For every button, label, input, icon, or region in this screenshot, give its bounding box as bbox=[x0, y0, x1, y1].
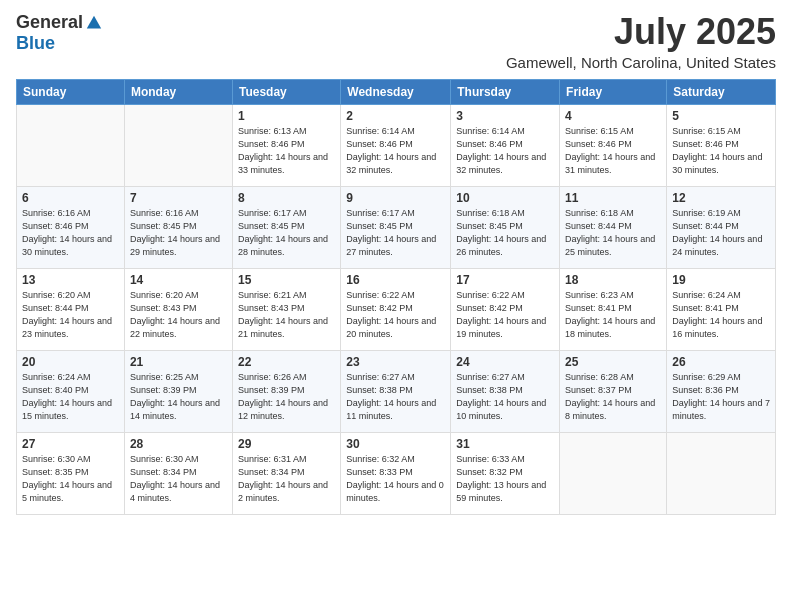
day-cell: 14Sunrise: 6:20 AMSunset: 8:43 PMDayligh… bbox=[124, 268, 232, 350]
day-info: Sunrise: 6:19 AMSunset: 8:44 PMDaylight:… bbox=[672, 207, 770, 259]
day-info: Sunrise: 6:22 AMSunset: 8:42 PMDaylight:… bbox=[456, 289, 554, 341]
day-info: Sunrise: 6:23 AMSunset: 8:41 PMDaylight:… bbox=[565, 289, 661, 341]
header-wednesday: Wednesday bbox=[341, 79, 451, 104]
day-cell: 25Sunrise: 6:28 AMSunset: 8:37 PMDayligh… bbox=[560, 350, 667, 432]
day-cell: 7Sunrise: 6:16 AMSunset: 8:45 PMDaylight… bbox=[124, 186, 232, 268]
day-number: 13 bbox=[22, 273, 119, 287]
calendar-table: SundayMondayTuesdayWednesdayThursdayFrid… bbox=[16, 79, 776, 515]
day-number: 19 bbox=[672, 273, 770, 287]
day-info: Sunrise: 6:14 AMSunset: 8:46 PMDaylight:… bbox=[456, 125, 554, 177]
day-info: Sunrise: 6:18 AMSunset: 8:44 PMDaylight:… bbox=[565, 207, 661, 259]
day-cell: 11Sunrise: 6:18 AMSunset: 8:44 PMDayligh… bbox=[560, 186, 667, 268]
location-title: Gamewell, North Carolina, United States bbox=[506, 54, 776, 71]
day-cell: 10Sunrise: 6:18 AMSunset: 8:45 PMDayligh… bbox=[451, 186, 560, 268]
day-cell: 20Sunrise: 6:24 AMSunset: 8:40 PMDayligh… bbox=[17, 350, 125, 432]
header-monday: Monday bbox=[124, 79, 232, 104]
day-number: 20 bbox=[22, 355, 119, 369]
day-number: 3 bbox=[456, 109, 554, 123]
calendar-header-row: SundayMondayTuesdayWednesdayThursdayFrid… bbox=[17, 79, 776, 104]
day-number: 12 bbox=[672, 191, 770, 205]
header-saturday: Saturday bbox=[667, 79, 776, 104]
day-cell bbox=[667, 432, 776, 514]
day-number: 6 bbox=[22, 191, 119, 205]
day-info: Sunrise: 6:15 AMSunset: 8:46 PMDaylight:… bbox=[672, 125, 770, 177]
week-row-0: 1Sunrise: 6:13 AMSunset: 8:46 PMDaylight… bbox=[17, 104, 776, 186]
day-number: 27 bbox=[22, 437, 119, 451]
day-info: Sunrise: 6:27 AMSunset: 8:38 PMDaylight:… bbox=[346, 371, 445, 423]
header-tuesday: Tuesday bbox=[232, 79, 340, 104]
day-info: Sunrise: 6:30 AMSunset: 8:34 PMDaylight:… bbox=[130, 453, 227, 505]
day-info: Sunrise: 6:24 AMSunset: 8:40 PMDaylight:… bbox=[22, 371, 119, 423]
day-info: Sunrise: 6:28 AMSunset: 8:37 PMDaylight:… bbox=[565, 371, 661, 423]
svg-marker-0 bbox=[87, 15, 101, 28]
day-number: 24 bbox=[456, 355, 554, 369]
day-info: Sunrise: 6:22 AMSunset: 8:42 PMDaylight:… bbox=[346, 289, 445, 341]
day-number: 22 bbox=[238, 355, 335, 369]
week-row-2: 13Sunrise: 6:20 AMSunset: 8:44 PMDayligh… bbox=[17, 268, 776, 350]
logo: General Blue bbox=[16, 12, 103, 54]
day-info: Sunrise: 6:17 AMSunset: 8:45 PMDaylight:… bbox=[346, 207, 445, 259]
logo-blue-text: Blue bbox=[16, 33, 55, 54]
day-number: 8 bbox=[238, 191, 335, 205]
day-info: Sunrise: 6:15 AMSunset: 8:46 PMDaylight:… bbox=[565, 125, 661, 177]
day-cell: 26Sunrise: 6:29 AMSunset: 8:36 PMDayligh… bbox=[667, 350, 776, 432]
day-info: Sunrise: 6:20 AMSunset: 8:43 PMDaylight:… bbox=[130, 289, 227, 341]
header-sunday: Sunday bbox=[17, 79, 125, 104]
day-cell: 13Sunrise: 6:20 AMSunset: 8:44 PMDayligh… bbox=[17, 268, 125, 350]
day-info: Sunrise: 6:21 AMSunset: 8:43 PMDaylight:… bbox=[238, 289, 335, 341]
day-info: Sunrise: 6:20 AMSunset: 8:44 PMDaylight:… bbox=[22, 289, 119, 341]
day-number: 28 bbox=[130, 437, 227, 451]
day-number: 25 bbox=[565, 355, 661, 369]
day-cell: 15Sunrise: 6:21 AMSunset: 8:43 PMDayligh… bbox=[232, 268, 340, 350]
day-cell bbox=[560, 432, 667, 514]
day-number: 23 bbox=[346, 355, 445, 369]
day-number: 10 bbox=[456, 191, 554, 205]
day-info: Sunrise: 6:25 AMSunset: 8:39 PMDaylight:… bbox=[130, 371, 227, 423]
day-number: 26 bbox=[672, 355, 770, 369]
day-number: 4 bbox=[565, 109, 661, 123]
day-number: 7 bbox=[130, 191, 227, 205]
day-number: 5 bbox=[672, 109, 770, 123]
day-cell: 27Sunrise: 6:30 AMSunset: 8:35 PMDayligh… bbox=[17, 432, 125, 514]
day-info: Sunrise: 6:14 AMSunset: 8:46 PMDaylight:… bbox=[346, 125, 445, 177]
month-title: July 2025 bbox=[506, 12, 776, 52]
day-info: Sunrise: 6:18 AMSunset: 8:45 PMDaylight:… bbox=[456, 207, 554, 259]
week-row-4: 27Sunrise: 6:30 AMSunset: 8:35 PMDayligh… bbox=[17, 432, 776, 514]
day-info: Sunrise: 6:17 AMSunset: 8:45 PMDaylight:… bbox=[238, 207, 335, 259]
day-number: 15 bbox=[238, 273, 335, 287]
week-row-3: 20Sunrise: 6:24 AMSunset: 8:40 PMDayligh… bbox=[17, 350, 776, 432]
day-cell: 18Sunrise: 6:23 AMSunset: 8:41 PMDayligh… bbox=[560, 268, 667, 350]
day-cell: 17Sunrise: 6:22 AMSunset: 8:42 PMDayligh… bbox=[451, 268, 560, 350]
page: General Blue July 2025 Gamewell, North C… bbox=[0, 0, 792, 612]
day-info: Sunrise: 6:33 AMSunset: 8:32 PMDaylight:… bbox=[456, 453, 554, 505]
day-cell: 6Sunrise: 6:16 AMSunset: 8:46 PMDaylight… bbox=[17, 186, 125, 268]
day-info: Sunrise: 6:16 AMSunset: 8:46 PMDaylight:… bbox=[22, 207, 119, 259]
day-cell: 24Sunrise: 6:27 AMSunset: 8:38 PMDayligh… bbox=[451, 350, 560, 432]
day-cell: 30Sunrise: 6:32 AMSunset: 8:33 PMDayligh… bbox=[341, 432, 451, 514]
day-info: Sunrise: 6:32 AMSunset: 8:33 PMDaylight:… bbox=[346, 453, 445, 505]
day-cell: 4Sunrise: 6:15 AMSunset: 8:46 PMDaylight… bbox=[560, 104, 667, 186]
day-info: Sunrise: 6:24 AMSunset: 8:41 PMDaylight:… bbox=[672, 289, 770, 341]
day-number: 29 bbox=[238, 437, 335, 451]
day-info: Sunrise: 6:30 AMSunset: 8:35 PMDaylight:… bbox=[22, 453, 119, 505]
day-number: 30 bbox=[346, 437, 445, 451]
day-cell: 8Sunrise: 6:17 AMSunset: 8:45 PMDaylight… bbox=[232, 186, 340, 268]
day-cell: 31Sunrise: 6:33 AMSunset: 8:32 PMDayligh… bbox=[451, 432, 560, 514]
day-cell bbox=[17, 104, 125, 186]
day-info: Sunrise: 6:16 AMSunset: 8:45 PMDaylight:… bbox=[130, 207, 227, 259]
day-number: 17 bbox=[456, 273, 554, 287]
day-number: 21 bbox=[130, 355, 227, 369]
logo-general-text: General bbox=[16, 12, 83, 33]
title-block: July 2025 Gamewell, North Carolina, Unit… bbox=[506, 12, 776, 71]
header: General Blue July 2025 Gamewell, North C… bbox=[16, 12, 776, 71]
day-cell: 2Sunrise: 6:14 AMSunset: 8:46 PMDaylight… bbox=[341, 104, 451, 186]
day-cell: 29Sunrise: 6:31 AMSunset: 8:34 PMDayligh… bbox=[232, 432, 340, 514]
day-cell: 3Sunrise: 6:14 AMSunset: 8:46 PMDaylight… bbox=[451, 104, 560, 186]
header-friday: Friday bbox=[560, 79, 667, 104]
day-number: 9 bbox=[346, 191, 445, 205]
day-info: Sunrise: 6:29 AMSunset: 8:36 PMDaylight:… bbox=[672, 371, 770, 423]
day-cell: 28Sunrise: 6:30 AMSunset: 8:34 PMDayligh… bbox=[124, 432, 232, 514]
day-info: Sunrise: 6:26 AMSunset: 8:39 PMDaylight:… bbox=[238, 371, 335, 423]
day-cell: 5Sunrise: 6:15 AMSunset: 8:46 PMDaylight… bbox=[667, 104, 776, 186]
day-number: 16 bbox=[346, 273, 445, 287]
